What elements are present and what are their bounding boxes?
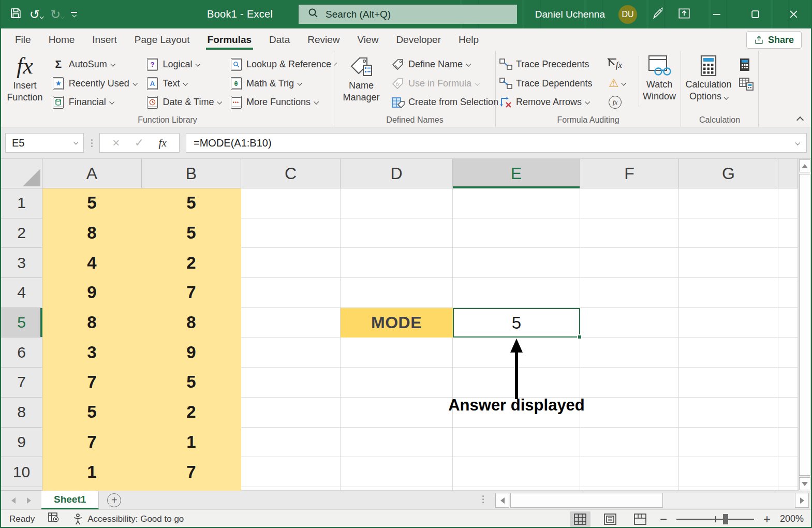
tab-review[interactable]: Review xyxy=(299,28,348,51)
row-header-5[interactable]: 5 xyxy=(1,308,42,338)
prev-sheet-icon[interactable] xyxy=(11,497,16,504)
cell-E4[interactable] xyxy=(453,278,580,308)
cell-G1[interactable] xyxy=(679,188,778,218)
cell-G10[interactable] xyxy=(679,457,778,487)
cell-F3[interactable] xyxy=(580,248,679,278)
zoom-level[interactable]: 200% xyxy=(780,514,804,524)
share-button[interactable]: Share xyxy=(746,31,802,49)
row-header-9[interactable]: 9 xyxy=(1,428,42,458)
cell-C9[interactable] xyxy=(241,428,341,458)
zoom-out-button[interactable]: − xyxy=(660,513,667,525)
cell-A5[interactable]: 8 xyxy=(42,308,142,338)
cell-E7[interactable] xyxy=(453,368,580,398)
vertical-scrollbar[interactable] xyxy=(798,159,811,491)
cell-partial5[interactable] xyxy=(778,308,798,338)
cell-C5[interactable] xyxy=(241,308,341,338)
cell-E10[interactable] xyxy=(453,457,580,487)
column-header-partial[interactable] xyxy=(778,159,798,188)
cell-partial1[interactable] xyxy=(778,188,798,218)
math-trig-button[interactable]: θ Math & Trig xyxy=(226,74,334,93)
cell-B3[interactable]: 2 xyxy=(142,248,241,278)
column-header-E[interactable]: E xyxy=(453,159,580,188)
cell-A8[interactable]: 5 xyxy=(42,398,142,428)
cell-partial4[interactable] xyxy=(778,278,798,308)
macro-record-icon[interactable] xyxy=(48,512,60,525)
cell-D4[interactable] xyxy=(341,278,453,308)
name-manager-button[interactable]: Name Manager xyxy=(334,54,388,112)
zoom-slider-thumb[interactable] xyxy=(723,514,728,524)
formula-bar-splitter[interactable] xyxy=(84,139,99,147)
cell-A2[interactable]: 8 xyxy=(42,218,142,248)
cell-G8[interactable] xyxy=(679,398,778,428)
cell-F8[interactable] xyxy=(580,398,679,428)
select-all-corner[interactable] xyxy=(1,159,42,188)
cell-partial8[interactable] xyxy=(778,398,798,428)
fill-handle[interactable] xyxy=(577,334,582,340)
text-button[interactable]: A Text xyxy=(142,74,226,93)
cell-D9[interactable] xyxy=(341,428,453,458)
cell-partial[interactable] xyxy=(341,487,453,491)
create-from-selection-button[interactable]: Create from Selection xyxy=(388,93,495,112)
minimize-button[interactable] xyxy=(704,3,729,26)
cell-G9[interactable] xyxy=(679,428,778,458)
row-header-1[interactable]: 1 xyxy=(1,188,42,218)
close-button[interactable] xyxy=(781,3,806,26)
row-header-2[interactable]: 2 xyxy=(1,218,42,248)
scroll-left-button[interactable] xyxy=(495,493,509,508)
insert-function-button[interactable]: fx Insert Function xyxy=(1,54,49,112)
cell-partial3[interactable] xyxy=(778,248,798,278)
cell-B2[interactable]: 5 xyxy=(142,218,241,248)
column-header-G[interactable]: G xyxy=(679,159,778,188)
watch-window-button[interactable]: Watch Window xyxy=(640,54,678,112)
cell-C3[interactable] xyxy=(241,248,341,278)
horizontal-scrollbar[interactable] xyxy=(495,493,809,508)
row-header-4[interactable]: 4 xyxy=(1,278,42,308)
expand-formula-bar-icon[interactable] xyxy=(795,140,800,145)
cell-B9[interactable]: 1 xyxy=(142,428,241,458)
cell-A7[interactable]: 7 xyxy=(42,368,142,398)
cell-C8[interactable] xyxy=(241,398,341,428)
cell-C2[interactable] xyxy=(241,218,341,248)
cell-E6[interactable] xyxy=(453,338,580,368)
cell-A9[interactable]: 7 xyxy=(42,428,142,458)
save-icon[interactable] xyxy=(9,7,22,22)
row-header-7[interactable]: 7 xyxy=(1,368,42,398)
cell-F10[interactable] xyxy=(580,457,679,487)
tab-scroll-splitter[interactable] xyxy=(482,495,484,503)
trace-precedents-button[interactable]: Trace Precedents xyxy=(496,55,606,74)
tab-home[interactable]: Home xyxy=(40,28,84,51)
cell-partial[interactable] xyxy=(580,487,679,491)
cell-F2[interactable] xyxy=(580,218,679,248)
calculate-sheet-button[interactable] xyxy=(736,74,757,93)
cell-partial[interactable] xyxy=(42,487,142,491)
cell-partial[interactable] xyxy=(679,487,778,491)
name-box[interactable]: E5 xyxy=(5,133,84,153)
row-header-10[interactable]: 10 xyxy=(1,457,42,487)
cell-G2[interactable] xyxy=(679,218,778,248)
column-header-D[interactable]: D xyxy=(341,159,453,188)
zoom-slider[interactable] xyxy=(676,511,754,527)
row-header-partial[interactable] xyxy=(1,487,42,491)
cell-E3[interactable] xyxy=(453,248,580,278)
cell-partial[interactable] xyxy=(778,487,798,491)
undo-dropdown-icon[interactable] xyxy=(40,14,44,19)
inking-pen-icon[interactable] xyxy=(651,7,664,22)
more-functions-button[interactable]: ••• More Functions xyxy=(226,93,334,112)
scroll-down-button[interactable] xyxy=(799,477,810,490)
cell-F6[interactable] xyxy=(580,338,679,368)
lookup-reference-button[interactable]: Lookup & Reference xyxy=(226,55,334,74)
error-checking-button[interactable]: ⚠ xyxy=(606,74,638,93)
vertical-scrollbar-thumb[interactable] xyxy=(799,174,810,476)
tab-page-layout[interactable]: Page Layout xyxy=(126,28,199,51)
cell-B10[interactable]: 7 xyxy=(142,457,241,487)
row-header-6[interactable]: 6 xyxy=(1,338,42,368)
spreadsheet-grid[interactable]: ABCDEFG155285342497588MODE56397758529711… xyxy=(1,159,798,491)
avatar[interactable]: DU xyxy=(618,5,637,24)
cell-B8[interactable]: 2 xyxy=(142,398,241,428)
scroll-up-button[interactable] xyxy=(799,159,810,172)
autosum-button[interactable]: Σ AutoSum xyxy=(49,55,143,74)
cell-B7[interactable]: 5 xyxy=(142,368,241,398)
cell-partial[interactable] xyxy=(142,487,241,491)
cell-partial2[interactable] xyxy=(778,218,798,248)
cell-F4[interactable] xyxy=(580,278,679,308)
